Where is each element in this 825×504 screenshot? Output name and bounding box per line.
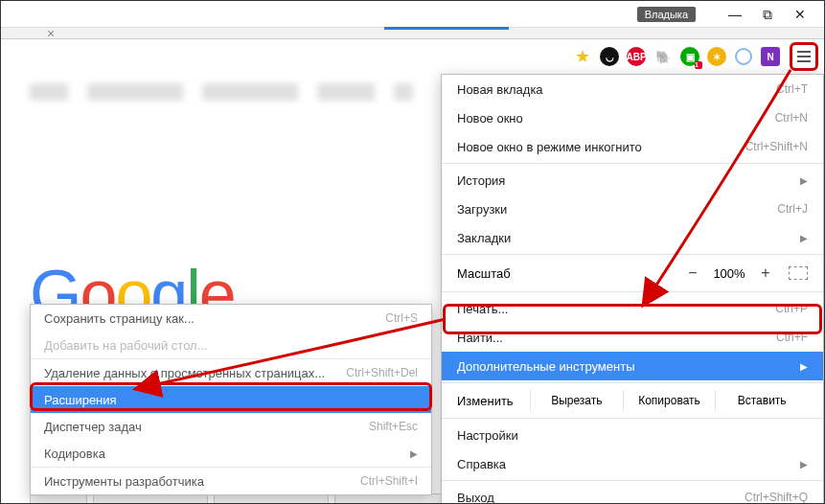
user-profile-tag[interactable]: Владыка [637,7,696,22]
submenu-save-page[interactable]: Сохранить страницу как...Ctrl+S [31,305,431,332]
menu-settings[interactable]: Настройки [442,421,823,449]
bookmarks-bar-blurred [30,83,413,101]
adblock-extension-icon[interactable]: ABP [626,46,647,67]
edit-label: Изменить [457,394,530,408]
window-close-button[interactable]: ✕ [784,4,816,25]
edit-copy-button[interactable]: Копировать [623,390,716,411]
submenu-task-manager[interactable]: Диспетчер задачShift+Esc [31,413,431,440]
zoom-out-button[interactable]: − [679,264,706,282]
fullscreen-button[interactable] [789,266,808,280]
submenu-clear-browsing-data[interactable]: Удаление данных о просмотренных страница… [31,359,431,386]
zoom-in-button[interactable]: + [752,264,779,282]
bookmark-star-icon[interactable]: ★ [572,46,593,67]
menu-edit-row: Изменить Вырезать Копировать Вставить [442,385,823,416]
submenu-extensions[interactable]: Расширения [31,386,431,413]
extension-icon-yellow[interactable]: ✶ [706,46,727,67]
menu-downloads[interactable]: ЗагрузкиCtrl+J [442,195,823,223]
menu-print[interactable]: Печать...Ctrl+P [442,294,823,323]
window-minimize-button[interactable]: — [719,4,751,25]
menu-incognito[interactable]: Новое окно в режиме инкогнитоCtrl+Shift+… [442,132,823,161]
submenu-encoding[interactable]: Кодировка▶ [31,440,431,467]
edit-cut-button[interactable]: Вырезать [530,390,623,411]
zoom-value: 100% [706,266,752,281]
menu-new-window[interactable]: Новое окноCtrl+N [442,103,823,132]
extension-icon-green[interactable]: ▣1 [679,46,700,67]
menu-zoom: Масштаб − 100% + [442,257,823,289]
menu-exit[interactable]: ВыходCtrl+Shift+Q [442,483,823,504]
browser-toolbar: ★ ◡ ABP 🐘 ▣1 ✶ N [1,39,824,74]
more-tools-submenu: Сохранить страницу как...Ctrl+S Добавить… [30,304,432,495]
evernote-extension-icon[interactable]: 🐘 [653,46,674,67]
menu-find[interactable]: Найти...Ctrl+F [442,323,823,352]
tab-strip: × [1,28,824,39]
menu-new-tab[interactable]: Новая вкладкаCtrl+T [442,75,823,103]
window-titlebar: Владыка — ⧉ ✕ [1,1,824,28]
chrome-main-menu: Новая вкладкаCtrl+T Новое окноCtrl+N Нов… [441,74,824,504]
zoom-label: Масштаб [457,266,679,281]
submenu-developer-tools[interactable]: Инструменты разработчикаCtrl+Shift+I [31,468,431,494]
onenote-extension-icon[interactable]: N [760,46,781,67]
extension-icon-ring[interactable] [733,46,754,67]
edit-paste-button[interactable]: Вставить [715,390,808,411]
menu-bookmarks[interactable]: Закладки▶ [442,223,823,252]
menu-history[interactable]: История▶ [442,166,823,195]
submenu-add-to-desktop[interactable]: Добавить на рабочий стол... [31,332,431,358]
pocket-extension-icon[interactable]: ◡ [599,46,620,67]
menu-more-tools[interactable]: Дополнительные инструменты▶ [442,352,823,380]
active-tab-indicator [384,27,509,30]
chrome-menu-button[interactable] [790,42,818,71]
window-maximize-button[interactable]: ⧉ [751,4,784,25]
menu-help[interactable]: Справка▶ [442,449,823,478]
